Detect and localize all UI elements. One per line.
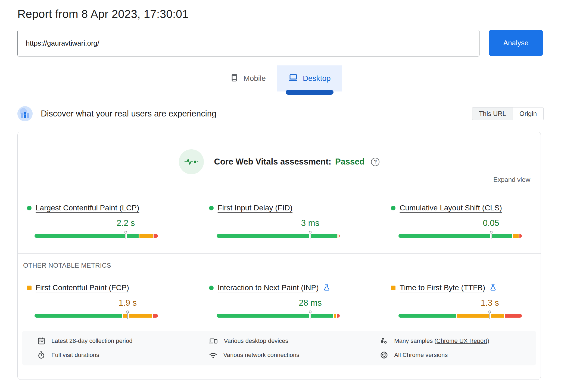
devices-icon	[209, 337, 218, 345]
collection-info-text: Many samples (Chrome UX Report)	[394, 337, 489, 344]
real-users-icon	[17, 106, 33, 121]
metric-value: 3 ms	[301, 218, 319, 228]
collection-info-text: Various desktop devices	[224, 337, 288, 344]
bar-segment-good	[398, 314, 456, 318]
metric-link-inp[interactable]: Interaction to Next Paint (INP)	[218, 283, 319, 292]
metric-value: 1.9 s	[119, 298, 137, 308]
p75-marker-line	[489, 313, 491, 319]
metric-status-icon	[209, 206, 214, 210]
core-web-vitals-card: Core Web Vitals assessment: Passed ? Exp…	[17, 132, 541, 380]
p75-marker-circle	[490, 231, 493, 233]
help-icon[interactable]: ?	[371, 158, 379, 166]
p75-marker	[309, 231, 311, 239]
metric-ttfb: Time to First Byte (TTFB) 1.3 s	[391, 282, 522, 318]
tab-desktop[interactable]: Desktop	[277, 65, 342, 91]
section-divider	[18, 253, 541, 254]
url-input[interactable]	[17, 30, 479, 56]
bar-segment-ni	[139, 234, 153, 238]
p75-marker-line	[127, 313, 129, 319]
scope-this-url[interactable]: This URL	[472, 107, 513, 120]
collection-info-item: Various network connections	[194, 348, 365, 362]
active-tab-indicator	[286, 90, 334, 95]
wifi-icon	[209, 351, 217, 359]
bar-segment-good	[217, 314, 334, 318]
bar-segment-poor	[153, 314, 158, 318]
bar-segment-poor	[337, 314, 340, 318]
core-metrics-grid: Largest Contentful Paint (LCP) 2.2 s Fir…	[18, 203, 541, 238]
scope-origin[interactable]: Origin	[513, 107, 544, 120]
metric-link-cls[interactable]: Cumulative Layout Shift (CLS)	[400, 204, 502, 212]
p75-marker-circle	[124, 231, 127, 233]
bar-segment-good	[217, 234, 337, 238]
collection-info-text: Full visit durations	[51, 352, 99, 359]
metric-distribution-bar	[35, 314, 158, 318]
bar-segment-ni	[334, 314, 336, 318]
metric-status-icon	[391, 206, 395, 210]
bar-segment-good	[35, 314, 122, 318]
bar-segment-poor	[519, 234, 522, 238]
metric-value: 28 ms	[299, 298, 322, 308]
p75-marker-circle	[488, 311, 491, 313]
pulse-icon	[179, 149, 204, 174]
p75-marker-circle	[309, 311, 311, 313]
metric-inp: Interaction to Next Paint (INP) 28 ms	[209, 282, 340, 318]
metric-cls: Cumulative Layout Shift (CLS) 0.05	[391, 203, 522, 238]
chrome-ux-report-link[interactable]: Chrome UX Report	[437, 337, 487, 344]
p75-marker	[126, 311, 129, 319]
bar-segment-ni	[457, 314, 504, 318]
samples-icon	[380, 337, 388, 345]
metric-link-fid[interactable]: First Input Delay (FID)	[218, 204, 292, 212]
p75-marker-line	[490, 233, 492, 239]
cwv-assessment-prefix: Core Web Vitals assessment:	[214, 157, 331, 167]
p75-marker	[309, 311, 311, 319]
collection-info-text: Latest 28-day collection period	[51, 337, 132, 344]
metric-link-ttfb[interactable]: Time to First Byte (TTFB)	[400, 283, 485, 292]
collection-info-text: All Chrome versions	[394, 352, 448, 359]
device-tabs: Mobile Desktop	[0, 65, 561, 91]
metric-link-lcp[interactable]: Largest Contentful Paint (LCP)	[36, 204, 139, 212]
metric-distribution-bar	[398, 234, 522, 238]
metric-fid: First Input Delay (FID) 3 ms	[209, 203, 340, 238]
p75-marker-line	[309, 233, 311, 239]
cwv-assessment-title: Core Web Vitals assessment: Passed ?	[214, 157, 380, 167]
p75-marker-line	[309, 313, 311, 319]
experimental-flask-icon	[490, 284, 496, 292]
expand-view-button[interactable]: Expand view	[493, 176, 530, 184]
metric-link-fcp[interactable]: First Contentful Paint (FCP)	[36, 283, 129, 292]
metric-distribution-bar	[35, 234, 158, 238]
chrome-icon	[380, 351, 388, 359]
analyse-button[interactable]: Analyse	[489, 30, 543, 56]
metric-value: 0.05	[483, 218, 499, 228]
metric-status-icon	[209, 286, 214, 290]
bar-segment-poor	[505, 314, 522, 318]
field-data-header: Discover what your real users are experi…	[17, 106, 544, 121]
phone-icon	[230, 74, 238, 84]
collection-info-item: Latest 28-day collection period	[22, 334, 194, 348]
stopwatch-icon	[37, 351, 45, 359]
tab-mobile[interactable]: Mobile	[219, 65, 277, 91]
metric-distribution-bar	[217, 314, 340, 318]
p75-marker	[490, 231, 493, 239]
other-metrics-grid: First Contentful Paint (FCP) 1.9 s Inter…	[18, 282, 541, 318]
bar-segment-poor	[339, 234, 340, 238]
collection-info-text: Various network connections	[223, 352, 300, 359]
p75-marker-circle	[309, 231, 311, 233]
collection-info-panel: Latest 28-day collection period Various …	[22, 331, 536, 365]
tab-mobile-label: Mobile	[243, 74, 266, 83]
laptop-icon	[289, 74, 298, 84]
bar-segment-good	[35, 234, 139, 238]
url-bar: Analyse	[17, 30, 544, 56]
metric-distribution-bar	[398, 314, 522, 318]
bar-segment-ni	[513, 234, 519, 238]
collection-info-item: Various desktop devices	[194, 334, 365, 348]
p75-marker-circle	[126, 311, 129, 313]
other-metrics-label: OTHER NOTABLE METRICS	[23, 262, 541, 269]
metric-lcp: Largest Contentful Paint (LCP) 2.2 s	[27, 203, 158, 238]
metric-status-icon	[27, 206, 32, 210]
p75-marker	[488, 311, 491, 319]
cwv-assessment-result: Passed	[335, 157, 365, 167]
bar-segment-good	[398, 234, 512, 238]
bar-segment-poor	[154, 234, 158, 238]
collection-info-item: Full visit durations	[22, 348, 194, 362]
experimental-flask-icon	[323, 284, 330, 292]
